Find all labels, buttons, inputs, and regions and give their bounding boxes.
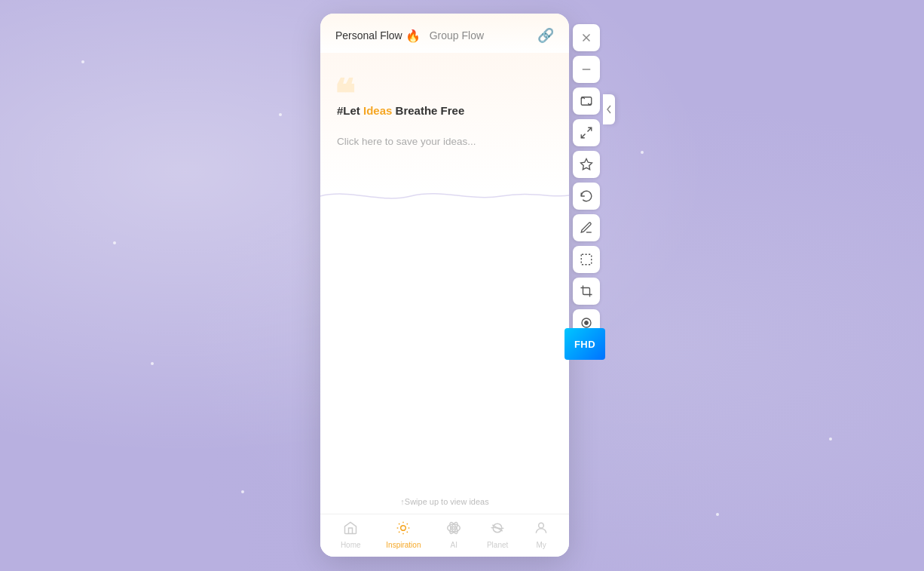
star-decoration [151,362,154,365]
edit-button[interactable] [573,214,600,241]
swipe-hint: ↑Swipe up to view ideas [320,497,569,506]
svg-line-12 [581,134,585,138]
svg-point-1 [448,524,460,532]
wave-divider [320,185,569,207]
svg-line-11 [588,127,592,131]
card-content[interactable]: ❝ #Let Ideas Breathe Free Click here to … [320,53,569,514]
bottom-nav: Home Inspiration AI [320,514,569,557]
headline-suffix: Breathe Free [392,104,464,117]
headline: #Let Ideas Breathe Free [337,104,464,117]
fhd-badge[interactable]: FHD [564,328,605,360]
tab-group[interactable]: Group Flow [430,29,484,41]
link-icon[interactable]: 🔗 [537,27,554,44]
nav-label-planet: Planet [487,541,508,549]
headline-highlight: Ideas [363,104,392,117]
ai-icon [446,520,461,539]
fhd-label: FHD [574,339,595,350]
undo-button[interactable] [573,183,600,210]
crop-button[interactable] [573,278,600,305]
collapse-tab[interactable] [603,94,615,124]
border-button[interactable] [573,246,600,273]
star-decoration [113,241,116,244]
subtext[interactable]: Click here to save your ideas... [337,136,476,147]
card-header: Personal Flow 🔥 Group Flow 🔗 [320,14,569,53]
svg-point-4 [453,526,455,529]
minimize-button[interactable] [573,56,600,83]
star-decoration [641,151,644,154]
nav-item-ai[interactable]: AI [446,520,461,549]
tab-personal[interactable]: Personal Flow 🔥 [335,29,421,43]
nav-label-ai: AI [450,541,457,549]
star-decoration [279,113,282,116]
svg-rect-14 [581,254,592,265]
my-icon [534,520,549,539]
headline-prefix: #Let [337,104,363,117]
screenshot-button[interactable] [573,87,600,115]
expand-button[interactable] [573,119,600,146]
svg-point-6 [539,523,544,528]
home-icon [343,520,358,539]
svg-point-0 [401,526,406,531]
planet-icon [490,520,505,539]
star-decoration [829,437,832,441]
star-decoration [241,490,244,493]
flame-icon: 🔥 [405,29,421,43]
close-button[interactable] [573,24,600,51]
nav-label-my: My [536,541,546,549]
svg-marker-13 [581,159,592,170]
right-toolbar [571,24,602,336]
nav-item-my[interactable]: My [534,520,549,549]
nav-item-planet[interactable]: Planet [487,520,508,549]
star-decoration [81,60,84,63]
inspiration-icon [396,520,411,539]
nav-label-home: Home [341,541,361,549]
svg-point-16 [585,321,589,325]
main-card: Personal Flow 🔥 Group Flow 🔗 ❝ #Let Idea… [320,14,569,557]
star-decoration [716,513,719,516]
svg-rect-10 [581,97,592,106]
bookmark-button[interactable] [573,151,600,178]
nav-item-home[interactable]: Home [341,520,361,549]
tab-personal-label: Personal Flow [335,29,402,41]
nav-label-inspiration: Inspiration [386,541,421,549]
nav-item-inspiration[interactable]: Inspiration [386,520,421,549]
